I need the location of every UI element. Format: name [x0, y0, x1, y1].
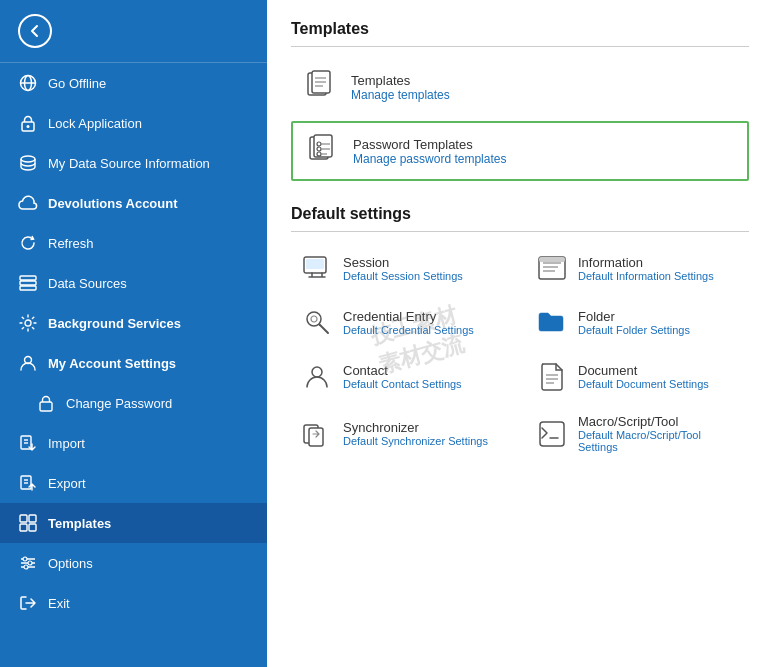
document-icon — [536, 360, 568, 392]
sidebar-item-label: Devolutions Account — [48, 196, 178, 211]
default-folder-item[interactable]: Folder Default Folder Settings — [526, 298, 749, 346]
default-document-item[interactable]: Document Default Document Settings — [526, 352, 749, 400]
default-settings-section: Default settings Session Default Session… — [291, 205, 749, 461]
contact-subtitle: Default Contact Settings — [343, 378, 462, 390]
templates-basic-text: Templates Manage templates — [351, 73, 450, 102]
synchronizer-title: Synchronizer — [343, 420, 488, 435]
credential-icon — [301, 306, 333, 338]
refresh-icon — [18, 233, 38, 253]
templates-basic-title: Templates — [351, 73, 450, 88]
svg-point-9 — [25, 320, 31, 326]
services-icon — [18, 313, 38, 333]
folder-title: Folder — [578, 309, 690, 324]
export-icon — [18, 473, 38, 493]
sidebar-item-account-settings[interactable]: My Account Settings — [0, 343, 267, 383]
document-text: Document Default Document Settings — [578, 363, 709, 390]
default-credential-item[interactable]: Credential Entry Default Credential Sett… — [291, 298, 514, 346]
sidebar-item-data-sources[interactable]: Data Sources — [0, 263, 267, 303]
sidebar-item-change-password[interactable]: Change Password — [0, 383, 267, 423]
document-title: Document — [578, 363, 709, 378]
svg-point-26 — [28, 561, 32, 565]
macro-title: Macro/Script/Tool — [578, 414, 739, 429]
session-icon — [301, 252, 333, 284]
back-button[interactable] — [18, 14, 52, 48]
svg-rect-6 — [20, 276, 36, 280]
password-templates-subtitle: Manage password templates — [353, 152, 506, 166]
svg-point-5 — [21, 156, 35, 162]
information-subtitle: Default Information Settings — [578, 270, 714, 282]
information-icon — [536, 252, 568, 284]
folder-icon — [536, 306, 568, 338]
credential-subtitle: Default Credential Settings — [343, 324, 474, 336]
templates-section: Templates Templates — [291, 20, 749, 181]
sidebar-item-label: My Data Source Information — [48, 156, 210, 171]
sidebar-item-options[interactable]: Options — [0, 543, 267, 583]
sidebar-item-import[interactable]: Import — [0, 423, 267, 463]
svg-rect-58 — [540, 422, 564, 446]
sidebar-item-label: Data Sources — [48, 276, 127, 291]
templates-icon — [18, 513, 38, 533]
folder-subtitle: Default Folder Settings — [578, 324, 690, 336]
templates-basic-icon — [303, 69, 339, 105]
default-information-item[interactable]: Information Default Information Settings — [526, 244, 749, 292]
changepass-icon — [36, 393, 56, 413]
credential-title: Credential Entry — [343, 309, 474, 324]
sidebar-item-lock-application[interactable]: Lock Application — [0, 103, 267, 143]
default-macro-item[interactable]: Macro/Script/Tool Default Macro/Script/T… — [526, 406, 749, 461]
default-settings-title: Default settings — [291, 205, 749, 232]
globe-icon — [18, 73, 38, 93]
svg-point-4 — [27, 125, 30, 128]
sidebar-item-devolutions-account[interactable]: Devolutions Account — [0, 183, 267, 223]
datasources-icon — [18, 273, 38, 293]
sidebar-item-label: Refresh — [48, 236, 94, 251]
templates-grid: Templates Manage templates — [291, 59, 749, 181]
sidebar-item-label: Import — [48, 436, 85, 451]
session-text: Session Default Session Settings — [343, 255, 463, 282]
svg-point-51 — [312, 367, 322, 377]
lock-icon — [18, 113, 38, 133]
sidebar-item-label: My Account Settings — [48, 356, 176, 371]
session-title: Session — [343, 255, 463, 270]
svg-point-25 — [23, 557, 27, 561]
sidebar-item-exit[interactable]: Exit — [0, 583, 267, 623]
sidebar-item-label: Templates — [48, 516, 111, 531]
import-icon — [18, 433, 38, 453]
information-title: Information — [578, 255, 714, 270]
cloud-icon — [18, 193, 38, 213]
sidebar-item-go-offline[interactable]: Go Offline — [0, 63, 267, 103]
password-templates-text: Password Templates Manage password templ… — [353, 137, 506, 166]
macro-subtitle: Default Macro/Script/Tool Settings — [578, 429, 739, 453]
sidebar-item-data-source[interactable]: My Data Source Information — [0, 143, 267, 183]
sidebar-item-export[interactable]: Export — [0, 463, 267, 503]
default-session-item[interactable]: Session Default Session Settings — [291, 244, 514, 292]
svg-point-50 — [311, 316, 317, 322]
password-templates-item[interactable]: Password Templates Manage password templ… — [291, 121, 749, 181]
sidebar-item-templates[interactable]: Templates — [0, 503, 267, 543]
app-window: Go Offline Lock Application — [0, 0, 773, 667]
main-content: Templates Templates — [267, 0, 773, 667]
svg-rect-20 — [29, 515, 36, 522]
contact-text: Contact Default Contact Settings — [343, 363, 462, 390]
macro-text: Macro/Script/Tool Default Macro/Script/T… — [578, 414, 739, 453]
templates-basic-subtitle: Manage templates — [351, 88, 450, 102]
sidebar-item-label: Export — [48, 476, 86, 491]
sidebar-item-label: Exit — [48, 596, 70, 611]
sidebar-item-refresh[interactable]: Refresh — [0, 223, 267, 263]
sidebar-item-label: Options — [48, 556, 93, 571]
svg-rect-8 — [20, 286, 36, 290]
sidebar-item-background-services[interactable]: Background Services — [0, 303, 267, 343]
sidebar-item-label: Lock Application — [48, 116, 142, 131]
sidebar-item-label: Change Password — [66, 396, 172, 411]
svg-rect-42 — [306, 259, 324, 269]
default-synchronizer-item[interactable]: Synchronizer Default Synchronizer Settin… — [291, 406, 514, 461]
exit-icon — [18, 593, 38, 613]
default-contact-item[interactable]: Contact Default Contact Settings — [291, 352, 514, 400]
credential-text: Credential Entry Default Credential Sett… — [343, 309, 474, 336]
contact-title: Contact — [343, 363, 462, 378]
templates-basic-item[interactable]: Templates Manage templates — [291, 59, 749, 115]
password-templates-title: Password Templates — [353, 137, 506, 152]
folder-text: Folder Default Folder Settings — [578, 309, 690, 336]
synchronizer-subtitle: Default Synchronizer Settings — [343, 435, 488, 447]
options-icon — [18, 553, 38, 573]
sidebar-item-label: Go Offline — [48, 76, 106, 91]
